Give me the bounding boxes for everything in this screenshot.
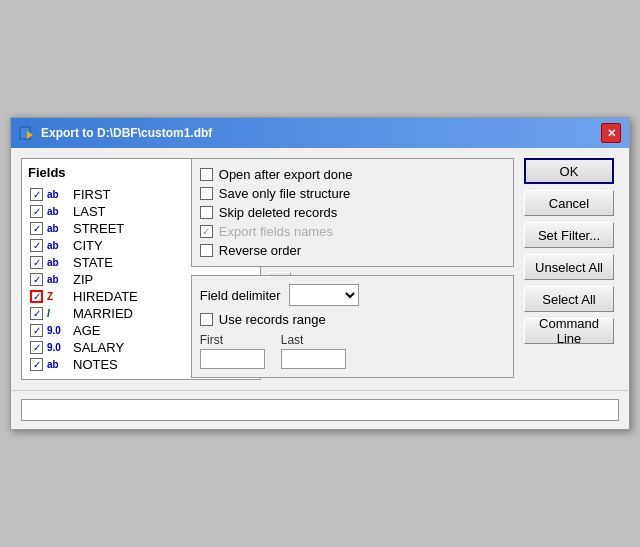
first-label: First [200,333,265,347]
last-label: Last [281,333,346,347]
save-structure-label: Save only file structure [219,186,351,201]
field-type: ab [47,257,69,268]
field-name: FIRST [73,187,111,202]
field-name: LAST [73,204,106,219]
title-bar-left: Export to D:\DBF\custom1.dbf [19,125,212,141]
field-name: STATE [73,255,113,270]
field-checkbox[interactable]: ✓ [30,188,43,201]
field-checkbox[interactable]: ✓ [30,205,43,218]
field-type: Z [47,291,69,302]
dialog-body: Fields ✓abFIRST✓abLAST✓abSTREET✓abCITY✓a… [11,148,629,390]
field-name: NOTES [73,357,118,372]
field-type: ab [47,223,69,234]
use-range-checkbox[interactable] [200,313,213,326]
field-name: MARRIED [73,306,133,321]
range-inputs: First Last [200,333,505,369]
field-type: 9.0 [47,342,69,353]
field-checkbox[interactable]: ✓ [30,358,43,371]
reverse-order-checkbox[interactable] [200,244,213,257]
open-after-label: Open after export done [219,167,353,182]
skip-deleted-label: Skip deleted records [219,205,338,220]
delimiter-select[interactable]: , ; | [289,284,359,306]
set-filter-button[interactable]: Set Filter... [524,222,614,248]
first-input[interactable] [200,349,265,369]
field-type: 9.0 [47,325,69,336]
buttons-panel: OK Cancel Set Filter... Unselect All Sel… [524,158,619,380]
option-reverse-order: Reverse order [200,243,505,258]
select-all-button[interactable]: Select All [524,286,614,312]
field-name: SALARY [73,340,124,355]
use-range-label: Use records range [219,312,326,327]
range-row: Use records range [200,312,505,327]
open-after-checkbox[interactable] [200,168,213,181]
close-button[interactable]: ✕ [601,123,621,143]
option-export-fields: ✓ Export fields names [200,224,505,239]
field-checkbox[interactable]: ✓ [30,324,43,337]
command-input[interactable] [21,399,619,421]
field-type: ab [47,274,69,285]
field-name: ZIP [73,272,93,287]
cancel-button[interactable]: Cancel [524,190,614,216]
ok-button[interactable]: OK [524,158,614,184]
option-open-after: Open after export done [200,167,505,182]
field-name: AGE [73,323,100,338]
option-skip-deleted: Skip deleted records [200,205,505,220]
command-line-button[interactable]: Command Line [524,318,614,344]
field-type: ab [47,240,69,251]
field-checkbox[interactable]: ✓ [30,341,43,354]
options-group: Open after export done Save only file st… [191,158,514,267]
export-fields-label: Export fields names [219,224,333,239]
last-field: Last [281,333,346,369]
export-fields-checkbox[interactable]: ✓ [200,225,213,238]
field-checkbox[interactable]: ✓ [30,307,43,320]
field-name: CITY [73,238,103,253]
first-field: First [200,333,265,369]
field-name: STREET [73,221,124,236]
save-structure-checkbox[interactable] [200,187,213,200]
field-checkbox[interactable]: ✓ [30,290,43,303]
delimiter-row: Field delimiter , ; | [200,284,505,306]
field-type: ab [47,189,69,200]
option-save-structure: Save only file structure [200,186,505,201]
delimiter-label: Field delimiter [200,288,281,303]
field-type: ab [47,359,69,370]
reverse-order-label: Reverse order [219,243,301,258]
title-bar: Export to D:\DBF\custom1.dbf ✕ [11,118,629,148]
field-checkbox[interactable]: ✓ [30,222,43,235]
field-type: ab [47,206,69,217]
skip-deleted-checkbox[interactable] [200,206,213,219]
export-dialog: Export to D:\DBF\custom1.dbf ✕ Fields ✓a… [10,117,630,430]
field-type: I [47,308,69,319]
unselect-all-button[interactable]: Unselect All [524,254,614,280]
field-checkbox[interactable]: ✓ [30,256,43,269]
field-name: HIREDATE [73,289,138,304]
left-section: Fields ✓abFIRST✓abLAST✓abSTREET✓abCITY✓a… [21,158,181,380]
field-checkbox[interactable]: ✓ [30,273,43,286]
delimiter-section: Field delimiter , ; | Use records range … [191,275,514,378]
dialog-title: Export to D:\DBF\custom1.dbf [41,126,212,140]
middle-panel: Open after export done Save only file st… [191,158,514,380]
last-input[interactable] [281,349,346,369]
field-checkbox[interactable]: ✓ [30,239,43,252]
bottom-bar [11,390,629,429]
dialog-icon [19,125,35,141]
